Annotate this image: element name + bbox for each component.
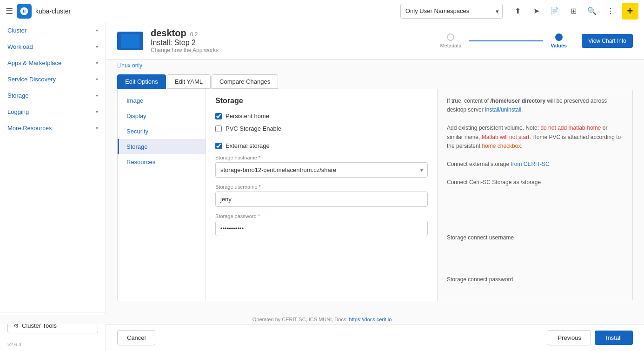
hostname-group: Storage hostname * ▾ — [215, 155, 428, 178]
app-icon — [117, 32, 143, 50]
hostname-label: Storage hostname * — [215, 155, 428, 160]
topbar: ☰ kuba-cluster Only User Namespaces All … — [0, 0, 644, 22]
cluster-name: kuba-cluster — [35, 7, 71, 15]
pvc-storage-row: PVC Storage Enable — [215, 125, 428, 132]
chevron-down-icon: ▾ — [96, 44, 98, 49]
section-title: Storage — [215, 97, 428, 105]
install-subtitle: Change how the App works — [151, 47, 432, 53]
persistent-home-label: Persistent home — [226, 113, 269, 119]
info-area: If true, content of /home/user directory… — [437, 89, 632, 301]
search-icon[interactable]: 🔍 — [584, 4, 599, 19]
metadata-step-circle — [447, 33, 454, 41]
sidebar-item-storage[interactable]: Storage ▾ — [0, 87, 106, 104]
topbar-icons: ⬆ ➤ 📄 ⊞ 🔍 ⋮ — [510, 4, 618, 19]
hostname-input[interactable] — [215, 162, 428, 178]
sidebar-item-more-resources[interactable]: More Resources ▾ — [0, 120, 106, 136]
progress-steps: Metadata Values View Chart Info — [440, 33, 633, 48]
persistent-home-checkbox[interactable] — [215, 113, 222, 119]
install-title: Install: Step 2 — [151, 39, 432, 47]
tab-compare-changes[interactable]: Compare Changes — [212, 74, 278, 89]
nav-item-resources[interactable]: Resources — [118, 154, 206, 170]
main-content: desktop 0.2 Install: Step 2 Change how t… — [106, 22, 644, 351]
nav-item-image[interactable]: Image — [118, 93, 206, 108]
username-label: Storage username * — [215, 184, 428, 190]
step-values: Values — [551, 33, 567, 48]
sidebar-item-cluster[interactable]: Cluster ▾ — [0, 22, 106, 39]
external-storage-checkbox[interactable] — [215, 143, 222, 149]
password-group: Storage password * — [215, 213, 428, 236]
chevron-down-icon: ▾ — [96, 109, 98, 114]
menu-icon[interactable]: ☰ — [6, 6, 13, 16]
tab-edit-options[interactable]: Edit Options — [117, 74, 166, 89]
app-logo — [17, 4, 32, 19]
info-pvc: Add existing persistent volume. Note: do… — [447, 124, 623, 151]
previous-button[interactable]: Previous — [548, 330, 591, 345]
sidebar-item-apps-marketplace[interactable]: Apps & Marketplace ▾ — [0, 55, 106, 71]
form-area: Storage Persistent home PVC Storage Enab… — [206, 89, 437, 301]
persistent-home-row: Persistent home — [215, 113, 428, 119]
view-chart-info-button[interactable]: View Chart Info — [582, 34, 633, 48]
chevron-down-icon: ▾ — [96, 126, 98, 131]
nav-item-security[interactable]: Security — [118, 124, 206, 139]
username-group: Storage username * — [215, 184, 428, 207]
required-asterisk: * — [258, 213, 260, 219]
sidebar-item-logging[interactable]: Logging ▾ — [0, 104, 106, 120]
main-panel: Image Display Security Storage Resources… — [117, 89, 633, 301]
chevron-down-icon: ▾ — [96, 28, 98, 33]
tabs-bar: Edit Options Edit YAML Compare Changes — [117, 69, 278, 89]
app-version: v2.6.4 — [0, 339, 106, 351]
tabs-container: Linux only Edit Options Edit YAML Compar… — [117, 60, 633, 89]
cancel-button[interactable]: Cancel — [117, 330, 155, 345]
progress-line — [469, 40, 543, 41]
step-metadata: Metadata — [440, 33, 461, 48]
chevron-down-icon: ▾ — [96, 60, 98, 66]
password-input[interactable] — [215, 221, 428, 236]
app-header: desktop 0.2 Install: Step 2 Change how t… — [106, 22, 644, 60]
pvc-storage-label: PVC Storage Enable — [226, 125, 281, 132]
file-icon[interactable]: 📄 — [547, 4, 562, 19]
main-layout: Cluster ▾ Workload ▾ Apps & Marketplace … — [0, 22, 644, 351]
hostname-input-wrapper: ▾ — [215, 162, 428, 178]
sidebar-item-workload[interactable]: Workload ▾ — [0, 39, 106, 55]
sidebar: Cluster ▾ Workload ▾ Apps & Marketplace … — [0, 22, 106, 351]
tab-edit-yaml[interactable]: Edit YAML — [167, 74, 211, 89]
info-password: Storage connect password — [447, 275, 623, 284]
chevron-down-icon: ▾ — [96, 93, 98, 98]
terminal-icon[interactable]: ➤ — [529, 4, 544, 19]
content-area: Linux only Edit Options Edit YAML Compar… — [106, 60, 644, 312]
upload-icon[interactable]: ⬆ — [510, 4, 525, 19]
nav-item-storage[interactable]: Storage — [118, 139, 206, 154]
pvc-storage-checkbox[interactable] — [215, 126, 222, 132]
namespace-selector[interactable]: Only User Namespaces All Namespaces — [400, 4, 503, 19]
linux-only-badge: Linux only — [117, 60, 142, 69]
nav-item-display[interactable]: Display — [118, 108, 206, 124]
external-storage-row: External storage — [215, 142, 428, 149]
app-version-badge: 0.2 — [190, 31, 198, 38]
namespace-select[interactable]: Only User Namespaces All Namespaces — [400, 4, 503, 19]
info-external-storage: Connect external storage from CERIT-SC — [447, 160, 623, 169]
info-cerit-sc: Connect Cerit-SC Storage as /storage — [447, 178, 623, 187]
sidebar-item-service-discovery[interactable]: Service Discovery ▾ — [0, 71, 106, 87]
add-button[interactable]: + — [622, 3, 638, 20]
password-label: Storage password * — [215, 213, 428, 219]
right-actions: Previous Install — [548, 330, 633, 345]
app-name: desktop — [151, 28, 186, 39]
app-info: desktop 0.2 Install: Step 2 Change how t… — [151, 28, 432, 53]
required-asterisk: * — [259, 155, 260, 160]
username-input[interactable] — [215, 192, 428, 207]
grid-icon[interactable]: ⊞ — [566, 4, 581, 19]
required-asterisk: * — [259, 184, 261, 190]
values-step-circle — [555, 33, 563, 41]
left-nav: Image Display Security Storage Resources — [118, 89, 206, 301]
footer-actions: Cancel Previous Install — [106, 324, 644, 351]
values-step-label: Values — [551, 43, 567, 48]
metadata-step-label: Metadata — [440, 43, 461, 48]
info-username: Storage connect username — [447, 233, 623, 242]
external-storage-label: External storage — [226, 142, 270, 149]
info-persistent-home: If true, content of /home/user directory… — [447, 97, 623, 114]
bottom-bar: Operated by CERIT-SC, ICS MUNI, Docs: ht… — [0, 315, 644, 324]
docs-link[interactable]: https://docs.cerit.io — [349, 317, 392, 322]
install-button[interactable]: Install — [595, 331, 633, 345]
chevron-down-icon: ▾ — [96, 77, 98, 82]
more-icon[interactable]: ⋮ — [603, 4, 618, 19]
